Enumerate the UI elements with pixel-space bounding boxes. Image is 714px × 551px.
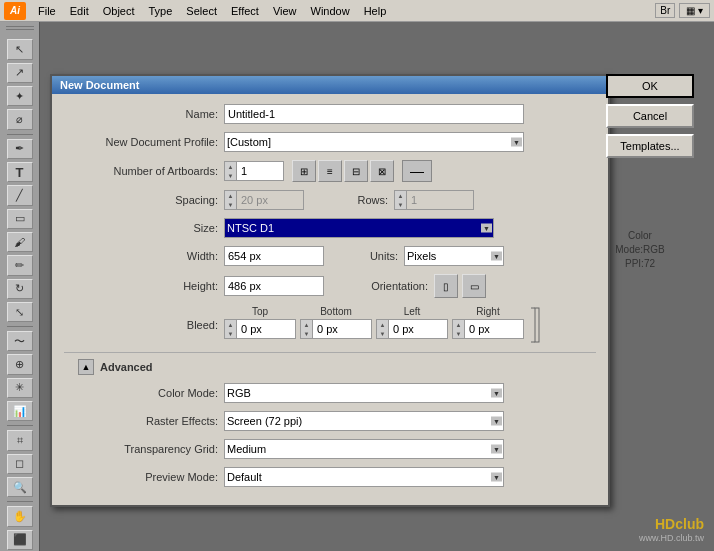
dialog-body: Name: New Document Profile: [Custom] Pri… [52,94,608,505]
main-area: New Document Name: New Document Profile:… [40,22,714,551]
rows-increment[interactable]: ▲ [395,191,406,200]
orientation-portrait[interactable]: ▯ [434,274,458,298]
tool-blend[interactable]: ⊕ [7,354,33,374]
spacing-decrement[interactable]: ▼ [225,200,236,209]
artboards-increment[interactable]: ▲ [225,162,236,171]
bleed-right-arrows: ▲ ▼ [453,320,465,338]
artboard-row-icon[interactable]: ≡ [318,160,342,182]
orientation-buttons: ▯ ▭ [434,274,486,298]
menu-icon-box[interactable]: ▦ ▾ [679,3,710,18]
artboard-arrange-icon[interactable]: ⊠ [370,160,394,182]
menu-view[interactable]: View [267,3,303,19]
color-info-line2: PPI:72 [606,257,674,271]
name-input[interactable] [224,104,524,124]
ai-logo: Ai [4,2,26,20]
bleed-top-decrement[interactable]: ▼ [225,329,236,338]
menu-help[interactable]: Help [358,3,393,19]
tool-type[interactable]: T [7,162,33,182]
watermark-url: www.HD.club.tw [639,533,704,545]
menu-effect[interactable]: Effect [225,3,265,19]
menu-object[interactable]: Object [97,3,141,19]
preview-select[interactable]: Default Pixel Overprint [224,467,504,487]
bleed-right-increment[interactable]: ▲ [453,320,464,329]
bleed-left-decrement[interactable]: ▼ [377,329,388,338]
orientation-landscape[interactable]: ▭ [462,274,486,298]
br-button[interactable]: Br [655,3,675,18]
menu-type[interactable]: Type [143,3,179,19]
bleed-link-icon[interactable] [528,306,546,344]
tool-rotate[interactable]: ↻ [7,279,33,299]
width-units-row: Width: Units: Pixels Inches Millimeters … [64,246,596,266]
bleed-bottom-decrement[interactable]: ▼ [301,329,312,338]
artboard-nav-prev[interactable]: — [402,160,432,182]
spacing-spinner: ▲ ▼ 20 px [224,190,304,210]
bleed-right-group: Right ▲ ▼ 0 px [452,306,524,339]
tool-chart[interactable]: 📊 [7,401,33,421]
size-select[interactable]: NTSC D1 Letter A4 Custom [224,218,494,238]
tool-eraser[interactable]: ◻ [7,454,33,474]
tool-artboard[interactable]: ⬛ [7,530,33,550]
raster-select[interactable]: Screen (72 ppi) Medium (150 ppi) High (3… [224,411,504,431]
artboards-decrement[interactable]: ▼ [225,171,236,180]
bleed-bottom-group: Bottom ▲ ▼ 0 px [300,306,372,339]
units-select-wrap: Pixels Inches Millimeters Centimeters Po… [404,246,504,266]
transparency-row: Transparency Grid: Medium Light Dark Non… [64,439,596,459]
color-mode-row: Color Mode: RGB CMYK [64,383,596,403]
artboards-spinner: ▲ ▼ 1 [224,161,284,181]
height-input[interactable] [224,276,324,296]
advanced-toggle-button[interactable]: ▲ [78,359,94,375]
bleed-top-value: 0 px [237,323,267,335]
right-buttons-panel: OK Cancel Templates... Color Mode:RGB PP… [606,74,696,158]
raster-select-wrap: Screen (72 ppi) Medium (150 ppi) High (3… [224,411,504,431]
cancel-button[interactable]: Cancel [606,104,694,128]
bleed-right-decrement[interactable]: ▼ [453,329,464,338]
menu-window[interactable]: Window [305,3,356,19]
bleed-label: Bleed: [64,319,224,331]
bleed-bottom-increment[interactable]: ▲ [301,320,312,329]
artboards-spinner-arrows: ▲ ▼ [225,162,237,180]
tool-scale[interactable]: ⤡ [7,302,33,322]
ok-button[interactable]: OK [606,74,694,98]
artboard-grid-icon[interactable]: ⊞ [292,160,316,182]
tool-pen[interactable]: ✒ [7,139,33,159]
tool-hand[interactable]: ✋ [7,506,33,526]
rows-decrement[interactable]: ▼ [395,200,406,209]
tool-line[interactable]: ╱ [7,185,33,205]
menu-edit[interactable]: Edit [64,3,95,19]
raster-row: Raster Effects: Screen (72 ppi) Medium (… [64,411,596,431]
bleed-left-increment[interactable]: ▲ [377,320,388,329]
tool-magic-wand[interactable]: ✦ [7,86,33,106]
units-group: Units: Pixels Inches Millimeters Centime… [354,246,504,266]
artboards-value: 1 [237,165,267,177]
tool-symbol[interactable]: ✳ [7,378,33,398]
menu-select[interactable]: Select [180,3,223,19]
artboard-col-icon[interactable]: ⊟ [344,160,368,182]
color-mode-select[interactable]: RGB CMYK [224,383,504,403]
tool-warp[interactable]: 〜 [7,331,33,351]
color-info: Color Mode:RGB PPI:72 [606,229,674,271]
size-select-wrap: NTSC D1 Letter A4 Custom [224,218,494,238]
menu-file[interactable]: File [32,3,62,19]
transparency-select[interactable]: Medium Light Dark None [224,439,504,459]
tool-rect[interactable]: ▭ [7,209,33,229]
profile-select[interactable]: [Custom] Print Web Mobile Video and Film [224,132,524,152]
units-label: Units: [354,250,404,262]
advanced-header: ▲ Advanced [78,359,596,375]
advanced-section: ▲ Advanced Color Mode: RGB CMYK Raster [64,352,596,487]
preview-row: Preview Mode: Default Pixel Overprint [64,467,596,487]
units-select[interactable]: Pixels Inches Millimeters Centimeters Po… [404,246,504,266]
spacing-increment[interactable]: ▲ [225,191,236,200]
templates-button[interactable]: Templates... [606,134,694,158]
tool-lasso[interactable]: ⌀ [7,109,33,129]
bleed-top-increment[interactable]: ▲ [225,320,236,329]
tool-zoom[interactable]: 🔍 [7,477,33,497]
toolbox: ↖ ↗ ✦ ⌀ ✒ T ╱ ▭ 🖌 ✏ ↻ ⤡ 〜 ⊕ ✳ 📊 ⌗ ◻ 🔍 ✋ … [0,22,40,551]
width-input[interactable] [224,246,324,266]
preview-label: Preview Mode: [64,471,224,483]
orientation-label: Orientation: [354,280,434,292]
tool-paintbrush[interactable]: 🖌 [7,232,33,252]
tool-direct-select[interactable]: ↗ [7,63,33,83]
tool-pencil[interactable]: ✏ [7,255,33,275]
tool-select[interactable]: ↖ [7,39,33,59]
tool-slice[interactable]: ⌗ [7,430,33,450]
